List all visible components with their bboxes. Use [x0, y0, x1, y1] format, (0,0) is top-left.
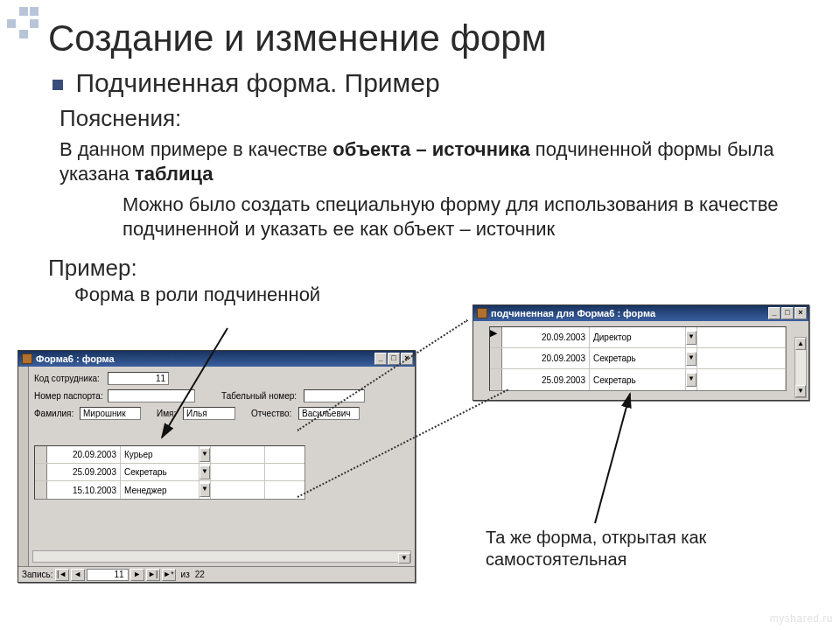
example-label: Пример: — [0, 244, 840, 282]
row-selector-icon[interactable] — [490, 369, 502, 390]
dropdown-button[interactable]: ▼ — [686, 352, 696, 366]
label-name: Имя: — [157, 409, 179, 418]
subform: ▶ 20.09.2003 Директор ▼ 20.09.2003 Секре… — [489, 326, 787, 391]
nav-new-button[interactable]: ►* — [162, 569, 176, 581]
notes-label: Пояснения: — [0, 98, 840, 136]
access-form-icon — [477, 308, 487, 318]
field-name[interactable]: Илья — [183, 407, 235, 420]
cell-date[interactable]: 20.09.2003 — [47, 446, 121, 463]
window1-title: Форма6 : форма — [36, 354, 374, 364]
cell-role[interactable]: Секретарь — [121, 464, 200, 480]
cell-date[interactable]: 20.09.2003 — [502, 327, 590, 347]
label-code: Код сотрудника: — [34, 374, 104, 383]
table-row[interactable]: 25.09.2003 Секретарь ▼ — [490, 369, 786, 390]
slide-title: Создание и изменение форм — [0, 0, 840, 68]
cell-date[interactable]: 20.09.2003 — [502, 348, 590, 368]
cell-extra[interactable] — [211, 446, 265, 463]
bullet-icon — [52, 80, 63, 90]
dropdown-button[interactable]: ▼ — [686, 373, 696, 387]
cell-extra[interactable] — [697, 348, 786, 368]
notes-paragraph-2: Можно было создать специальную форму для… — [0, 189, 840, 244]
close-button[interactable]: × — [794, 307, 807, 319]
cell-extra[interactable] — [697, 327, 786, 347]
nav-label: Запись: — [22, 570, 53, 579]
nav-current-record[interactable]: 11 — [87, 569, 129, 581]
minimize-button[interactable]: _ — [768, 307, 780, 319]
scroll-down-button[interactable]: ▼ — [398, 553, 410, 564]
nav-next-button[interactable]: ► — [130, 569, 144, 581]
dropdown-button[interactable]: ▼ — [686, 331, 696, 345]
table-row[interactable]: 20.09.2003 Курьер ▼ — [35, 446, 304, 464]
nav-total: 22 — [195, 570, 205, 579]
row-selector-icon[interactable] — [490, 348, 502, 368]
caption-standalone: Та же форма, открытая как самостоятельна… — [486, 527, 801, 570]
label-tab: Табельный номер: — [221, 391, 300, 401]
nav-last-button[interactable]: ►| — [146, 569, 160, 581]
dropdown-button[interactable]: ▼ — [200, 448, 210, 462]
cell-extra[interactable] — [211, 464, 265, 480]
maximize-button[interactable]: □ — [781, 307, 794, 319]
field-code[interactable]: 11 — [108, 372, 169, 385]
cell-role[interactable]: Менеджер — [121, 481, 200, 499]
label-passport: Номер паспорта: — [34, 391, 104, 401]
cell-role[interactable]: Секретарь — [590, 348, 686, 368]
table-row[interactable]: 15.10.2003 Менеджер ▼ — [35, 481, 304, 499]
label-patr: Отчество: — [251, 409, 295, 418]
scroll-up-button[interactable]: ▲ — [795, 338, 806, 350]
row-selector-icon[interactable] — [35, 464, 47, 480]
cell-extra[interactable] — [697, 369, 786, 390]
row-selector-icon[interactable]: ▶ — [490, 327, 502, 347]
minimize-button[interactable]: _ — [374, 353, 387, 365]
cell-date[interactable]: 25.09.2003 — [502, 369, 590, 390]
label-surname: Фамилия: — [34, 409, 76, 418]
record-navigator: Запись: |◄ ◄ 11 ► ►| ►* из 22 — [18, 566, 415, 582]
table-row[interactable]: 20.09.2003 Секретарь ▼ — [490, 348, 786, 369]
subform: 20.09.2003 Курьер ▼ 25.09.2003 Секретарь… — [34, 445, 305, 500]
dropdown-button[interactable]: ▼ — [200, 466, 210, 480]
cell-extra[interactable] — [211, 481, 265, 499]
cell-role[interactable]: Секретарь — [590, 369, 686, 390]
cell-date[interactable]: 25.09.2003 — [47, 464, 121, 480]
access-form-icon — [22, 354, 32, 364]
nav-of-label: из — [181, 570, 190, 579]
window2-title: подчиненная для Форма6 : форма — [491, 308, 768, 318]
scroll-down-button[interactable]: ▼ — [795, 385, 806, 397]
field-surname[interactable]: Мирошник — [80, 407, 141, 420]
notes-paragraph-1: В данном примере в качестве объекта – ис… — [0, 136, 840, 189]
cell-date[interactable]: 15.10.2003 — [47, 481, 121, 499]
nav-first-button[interactable]: |◄ — [55, 569, 69, 581]
scrollbar[interactable]: ▲ ▼ — [794, 337, 807, 398]
slide-subtitle: Подчиненная форма. Пример — [75, 68, 439, 97]
field-passport[interactable] — [108, 389, 195, 402]
table-row[interactable]: 25.09.2003 Секретарь ▼ — [35, 464, 304, 481]
cell-role[interactable]: Курьер — [121, 446, 200, 463]
dropdown-button[interactable]: ▼ — [200, 483, 210, 497]
record-selector[interactable] — [18, 367, 29, 566]
corner-decoration — [7, 7, 42, 42]
watermark: myshared.ru — [770, 612, 833, 625]
cell-role[interactable]: Директор — [590, 327, 686, 347]
nav-prev-button[interactable]: ◄ — [71, 569, 85, 581]
row-selector-icon[interactable] — [35, 446, 47, 463]
arrow-to-window2 — [595, 394, 630, 523]
table-row[interactable]: ▶ 20.09.2003 Директор ▼ — [490, 327, 786, 348]
row-selector-icon[interactable] — [35, 481, 47, 499]
window2-titlebar[interactable]: подчиненная для Форма6 : форма _ □ × — [473, 305, 808, 321]
window1-titlebar[interactable]: Форма6 : форма _ □ × — [18, 351, 415, 367]
